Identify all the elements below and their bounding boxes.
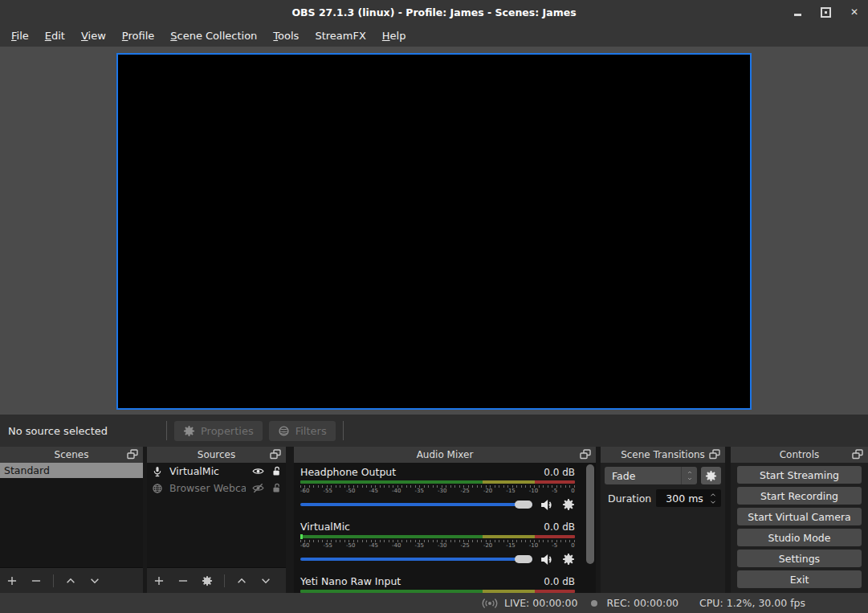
popout-icon[interactable] [126,448,139,460]
remove-source-icon[interactable] [177,575,189,586]
maximize-icon[interactable] [821,7,831,18]
microphone-icon [152,466,163,477]
menu-streamfx[interactable]: StreamFX [307,30,373,42]
add-scene-icon[interactable] [6,575,18,586]
scenes-list: Standard [0,463,143,567]
scene-transitions-body: Fade Duration 300 ms [601,463,725,593]
mixer-scrollbar[interactable] [586,464,594,564]
meter-tick-label: -60 [300,488,309,494]
properties-button[interactable]: Properties [174,421,263,441]
volume-slider-handle[interactable] [515,555,532,563]
source-list-item[interactable]: Browser Webcam [147,480,286,497]
mixer-channel-virtualmic: VirtualMic 0.0 dB -60-55-50-45-40-35-30-… [300,521,575,566]
scene-list-item[interactable]: Standard [0,463,143,478]
filters-button[interactable]: Filters [269,421,336,441]
close-icon[interactable]: ✕ [850,7,858,17]
move-source-up-icon[interactable] [236,575,247,586]
menu-scene-collection[interactable]: Scene Collection [162,30,265,42]
menu-edit[interactable]: Edit [37,30,73,42]
channel-level-db: 0.0 dB [544,467,575,478]
live-time: LIVE: 00:00:00 [504,597,577,609]
toolbar-separator [343,421,344,440]
source-properties-gear-icon[interactable] [202,575,213,586]
channel-gear-icon[interactable] [562,498,575,511]
duration-spinbox[interactable]: 300 ms [656,489,721,507]
exit-button[interactable]: Exit [737,570,862,588]
menu-help[interactable]: Help [374,30,414,42]
meter-tick-label: -30 [438,542,446,549]
duration-value: 300 ms [656,492,707,505]
meter-tick-label: -10 [529,488,538,494]
volume-meter [300,480,575,484]
gear-icon [183,425,195,437]
move-scene-up-icon[interactable] [65,575,76,586]
menu-tools[interactable]: Tools [265,30,307,42]
scenes-toolbar [0,567,143,593]
title-bar: OBS 27.1.3 (linux) - Profile: James - Sc… [0,0,868,24]
source-name: VirtualMic [169,465,246,477]
controls-header: Controls [731,447,868,463]
start-recording-button[interactable]: Start Recording [737,487,862,505]
move-scene-down-icon[interactable] [89,575,100,586]
volume-slider[interactable] [300,497,532,512]
popout-icon[interactable] [851,448,864,460]
controls-title: Controls [780,449,820,460]
meter-tick-label: -5 [552,488,557,494]
program-preview-canvas[interactable] [116,53,752,410]
filter-icon [278,425,290,437]
remove-scene-icon[interactable] [31,575,42,586]
source-list-item[interactable]: VirtualMic [147,463,286,480]
visibility-eye-off-icon[interactable] [252,482,264,494]
broadcast-icon [482,597,498,610]
lock-open-icon[interactable] [271,483,282,493]
meter-tick-label: -15 [506,542,515,549]
start-virtual-camera-button[interactable]: Start Virtual Camera [737,508,862,525]
sources-list: VirtualMic Browser Webcam [147,463,286,567]
menu-bar: File Edit View Profile Scene Collection … [0,24,868,47]
meter-tick-label: -30 [438,488,446,494]
scene-transitions-title: Scene Transitions [621,449,705,460]
window-buttons: ✕ [794,0,858,24]
popout-icon[interactable] [708,448,721,460]
move-source-down-icon[interactable] [260,575,271,586]
channel-level-db: 0.0 dB [544,576,575,587]
meter-tick-label: -40 [392,488,401,494]
lock-open-icon[interactable] [271,466,282,476]
popout-icon[interactable] [579,448,592,460]
menu-profile[interactable]: Profile [114,30,162,42]
start-streaming-button[interactable]: Start Streaming [737,466,862,484]
transition-select[interactable]: Fade [605,467,697,484]
menu-view[interactable]: View [73,30,114,42]
spin-up-icon[interactable] [708,492,718,498]
meter-tick-label: -25 [460,542,469,549]
minimize-icon[interactable] [794,14,801,16]
popout-icon[interactable] [269,448,282,460]
chevron-up-icon [687,470,693,475]
toolbar-separator [224,574,225,587]
speaker-icon[interactable] [540,498,555,512]
transition-selected-value: Fade [605,470,681,482]
menu-file[interactable]: File [3,30,37,42]
add-source-icon[interactable] [153,575,165,586]
meter-tick-label: -20 [483,542,492,549]
volume-slider[interactable] [300,552,532,566]
spin-down-icon[interactable] [708,499,718,505]
meter-tick-label: -40 [392,542,401,549]
rec-time: REC: 00:00:00 [606,597,679,609]
cpu-fps-stats: CPU: 1.2%, 30.00 fps [699,597,805,609]
scenes-panel: Scenes Standard [0,447,143,593]
speaker-icon[interactable] [540,553,555,566]
controls-panel: Controls Start Streaming Start Recording… [731,447,868,593]
audio-mixer-header: Audio Mixer [294,447,596,463]
meter-tick-label: -5 [552,542,557,549]
transition-properties-button[interactable] [701,467,721,484]
studio-mode-button[interactable]: Studio Mode [737,529,862,546]
visibility-eye-icon[interactable] [252,465,264,477]
channel-gear-icon[interactable] [562,553,575,566]
source-name: Browser Webcam [169,482,246,494]
settings-button[interactable]: Settings [737,550,862,567]
scenes-panel-title: Scenes [55,449,89,460]
volume-slider-handle[interactable] [515,501,532,509]
channel-name: VirtualMic [300,521,350,533]
dock-area: Scenes Standard Sources VirtualMic [0,447,868,593]
